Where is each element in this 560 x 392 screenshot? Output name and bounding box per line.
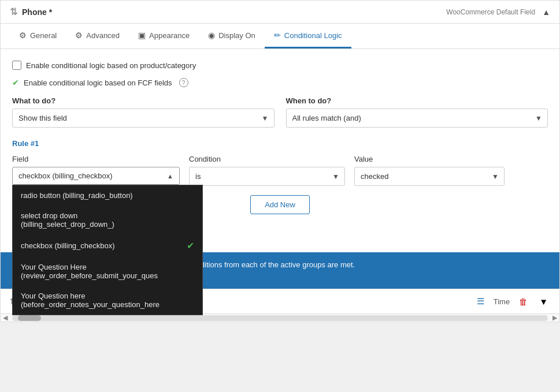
dropdown-item-3[interactable]: Your Question Here(review_order_before_s… (13, 257, 202, 286)
dropdown-item-4[interactable]: Your Question here(before_order_notes_yo… (13, 286, 202, 315)
when-label: When to do? (286, 96, 548, 105)
checkbox2-checked-icon: ✔ (12, 78, 19, 87)
scroll-left-icon[interactable]: ◀ (1, 314, 10, 322)
rule-grid: Field checkbox (billing_checkbox) ▲ radi… (12, 155, 548, 186)
when-to-do-select[interactable]: All rules match (and) (286, 109, 548, 128)
condition-select[interactable]: is (189, 167, 345, 186)
condition-column: Condition is ▼ (189, 155, 345, 186)
delete-button[interactable]: 🗑 (517, 296, 530, 308)
tab-general[interactable]: ⚙ General (10, 24, 66, 48)
dropdown-item-0-label: radio button (billing_radio_button) (21, 191, 133, 200)
field-column-label: Field (12, 155, 180, 163)
dropdown-item-3-label: Your Question Here(review_order_before_s… (21, 263, 158, 280)
tab-advanced-label: Advanced (86, 31, 120, 40)
tab-appearance-label: Appearance (149, 31, 190, 40)
eye-icon: ◉ (208, 31, 215, 40)
tab-advanced[interactable]: ⚙ Advanced (66, 24, 129, 48)
when-select-wrapper: All rules match (and) ▼ (286, 109, 548, 128)
enable-product-category-label[interactable]: Enable conditional logic based on produc… (26, 61, 196, 70)
field-title: ⇅ Phone * (10, 6, 52, 17)
enable-fcf-label[interactable]: Enable conditional logic based on FCF fi… (24, 79, 172, 87)
condition-column-label: Condition (189, 155, 345, 163)
pencil-icon: ✏ (274, 31, 281, 40)
dropdown-arrow-up-icon: ▲ (167, 173, 173, 180)
scroll-right-icon[interactable]: ▶ (550, 314, 559, 322)
field-column: Field checkbox (billing_checkbox) ▲ radi… (12, 155, 180, 185)
rule-header: Rule #1 (12, 139, 548, 148)
gear-icon: ⚙ (19, 31, 27, 40)
dropdown-item-1[interactable]: select drop down(billing_select_drop_dow… (13, 206, 202, 234)
time-label: Time (494, 297, 510, 306)
tab-conditional-logic-label: Conditional Logic (284, 31, 342, 40)
dropdown-item-2[interactable]: checkbox (billing_checkbox) ✔ (13, 234, 202, 257)
tab-content: Enable conditional logic based on produc… (1, 49, 559, 252)
field-dropdown-wrapper: checkbox (billing_checkbox) ▲ radio butt… (12, 167, 180, 185)
tab-appearance[interactable]: ▣ Appearance (129, 24, 199, 48)
condition-select-wrapper: is ▼ (189, 167, 345, 186)
value-column-label: Value (354, 155, 505, 163)
when-to-do-col: When to do? All rules match (and) ▼ (286, 96, 548, 128)
tab-display-on-label: Display On (218, 31, 255, 40)
what-to-do-col: What to do? Show this field ▼ (12, 96, 275, 128)
value-select-wrapper: checked ▼ (354, 167, 505, 186)
field-dropdown-input[interactable]: checkbox (billing_checkbox) ▲ (12, 167, 180, 185)
what-to-do-select[interactable]: Show this field (12, 109, 275, 128)
checkbox-row-1: Enable conditional logic based on produc… (12, 61, 548, 70)
dropdown-item-1-label: select drop down(billing_select_drop_dow… (21, 211, 114, 229)
list-icon-button[interactable]: ☰ (474, 295, 487, 308)
value-select[interactable]: checked (354, 167, 505, 186)
enable-product-category-checkbox[interactable] (12, 61, 21, 70)
what-when-row: What to do? Show this field ▼ When to do… (12, 96, 548, 128)
selected-check-icon: ✔ (187, 240, 194, 251)
bottom-collapse-button[interactable]: ▼ (537, 296, 550, 308)
dropdown-item-4-label: Your Question here(before_order_notes_yo… (21, 292, 160, 309)
advanced-icon: ⚙ (75, 31, 83, 40)
collapse-button[interactable]: ▲ (542, 8, 550, 17)
scrollbar-thumb (18, 315, 41, 321)
dropdown-item-2-label: checkbox (billing_checkbox) (21, 241, 115, 250)
bottom-right: ☰ Time 🗑 ▼ (474, 295, 550, 308)
field-header: ⇅ Phone * WooCommerce Default Field ▲ (1, 1, 559, 24)
field-dropdown-value: checkbox (billing_checkbox) (18, 171, 113, 180)
horizontal-scrollbar[interactable] (12, 315, 548, 321)
what-label: What to do? (12, 96, 275, 105)
field-dropdown-menu[interactable]: radio button (billing_radio_button) sele… (12, 185, 203, 315)
what-select-wrapper: Show this field ▼ (12, 109, 275, 128)
tabs-bar: ⚙ General ⚙ Advanced ▣ Appearance ◉ Disp… (1, 24, 559, 49)
dropdown-item-0[interactable]: radio button (billing_radio_button) (13, 185, 202, 206)
tab-general-label: General (30, 31, 57, 40)
appearance-icon: ▣ (138, 31, 146, 40)
field-name: Phone * (22, 8, 52, 17)
sort-icon: ⇅ (10, 6, 17, 17)
add-new-button[interactable]: Add New (250, 195, 310, 214)
field-badge: WooCommerce Default Field (446, 8, 535, 16)
tab-conditional-logic[interactable]: ✏ Conditional Logic (265, 24, 351, 48)
checkbox-row-2: ✔ Enable conditional logic based on FCF … (12, 78, 548, 87)
value-column: Value checked ▼ (354, 155, 505, 186)
help-icon[interactable]: ? (179, 78, 188, 87)
tab-display-on[interactable]: ◉ Display On (199, 24, 265, 48)
